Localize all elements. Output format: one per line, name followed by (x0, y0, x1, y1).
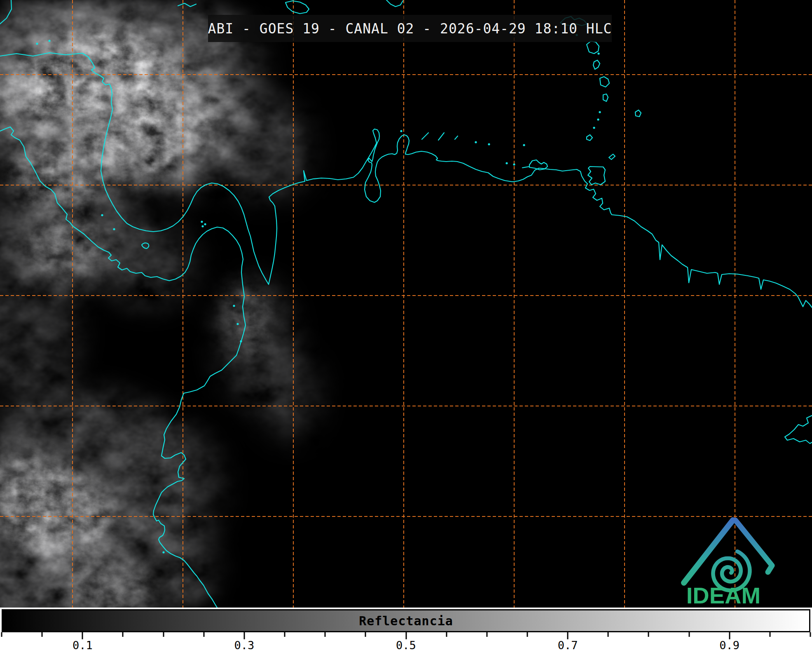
island-dot (505, 162, 508, 164)
logo-wordmark: IDEAM (686, 582, 761, 608)
colorbar-tick (42, 632, 43, 637)
colorbar-tick (486, 632, 487, 637)
colorbar-tick (608, 632, 609, 637)
island-dot (513, 163, 515, 165)
colorbar-tick (446, 632, 447, 637)
colorbar-tick-label: 0.7 (558, 639, 578, 650)
island-dot (236, 323, 239, 325)
colorbar-tick (405, 632, 407, 639)
colorbar-tick (365, 632, 366, 637)
image-title: ABI - GOES 19 - CANAL 02 - 2026-04-29 18… (208, 21, 612, 37)
cloud-layer (0, 0, 812, 608)
colorbar-tick (203, 632, 204, 637)
colorbar-tick-label: 0.1 (73, 639, 93, 650)
colorbar-tick (648, 632, 649, 637)
island-dot (400, 130, 402, 132)
colorbar-tick (810, 632, 811, 637)
island-dot (593, 127, 595, 129)
island-dot (599, 111, 601, 113)
colorbar-tick (163, 632, 164, 637)
satellite-image-viewer: IDEAM ABI - GOES 19 - CANAL 02 - 2026-04… (0, 0, 812, 650)
colorbar-tick (243, 632, 245, 639)
island-dot (523, 144, 525, 146)
island-dot (48, 40, 50, 42)
colorbar-tick (769, 632, 770, 637)
colorbar-tick (82, 632, 83, 639)
island-dot (201, 225, 204, 227)
island-dot (240, 340, 242, 342)
island-dot (204, 223, 206, 225)
colorbar-tick (1, 632, 2, 637)
colorbar-tick (729, 632, 730, 639)
island-dot (488, 143, 490, 145)
colorbar-tick-label: 0.9 (719, 639, 739, 650)
colorbar-tick-label: 0.5 (396, 639, 416, 650)
image-title-bar: ABI - GOES 19 - CANAL 02 - 2026-04-29 18… (208, 15, 612, 42)
colorbar-tick (688, 632, 690, 637)
island-dot (36, 42, 38, 45)
island-dot (597, 118, 599, 120)
colorbar-tick-labels: 0.10.30.50.70.9 (2, 639, 810, 650)
colorbar-gradient: Reflectancia (2, 609, 810, 632)
colorbar-tick (122, 632, 124, 637)
island-dot (597, 52, 599, 54)
island-dot (201, 221, 203, 223)
colorbar: Reflectancia 0.10.30.50.70.9 (0, 608, 812, 650)
island-dot (475, 141, 477, 143)
colorbar-tick (325, 632, 326, 637)
colorbar-tick (567, 632, 569, 639)
island-dot (233, 305, 235, 307)
island-dot (113, 228, 115, 230)
colorbar-tick (284, 632, 285, 637)
colorbar-tick-label: 0.3 (234, 639, 255, 650)
island-dot (162, 551, 164, 553)
satellite-map: IDEAM (0, 0, 812, 608)
colorbar-tick (527, 632, 528, 637)
colorbar-label: Reflectancia (359, 614, 453, 628)
island-dot (101, 214, 103, 216)
